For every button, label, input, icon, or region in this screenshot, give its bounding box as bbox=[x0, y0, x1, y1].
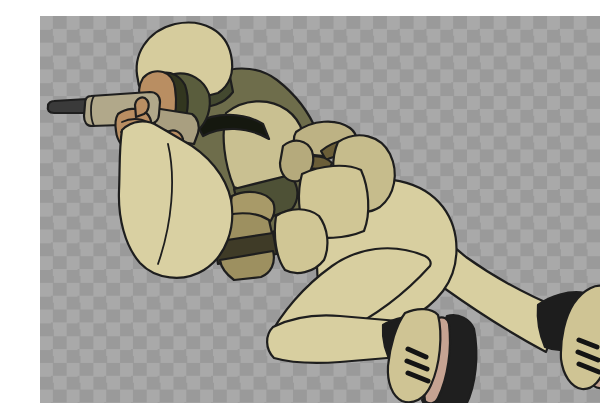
soldier-illustration bbox=[40, 16, 600, 403]
transparent-canvas bbox=[40, 16, 600, 403]
rifle-barrel bbox=[48, 99, 88, 113]
belt-pouch-front bbox=[275, 209, 328, 273]
